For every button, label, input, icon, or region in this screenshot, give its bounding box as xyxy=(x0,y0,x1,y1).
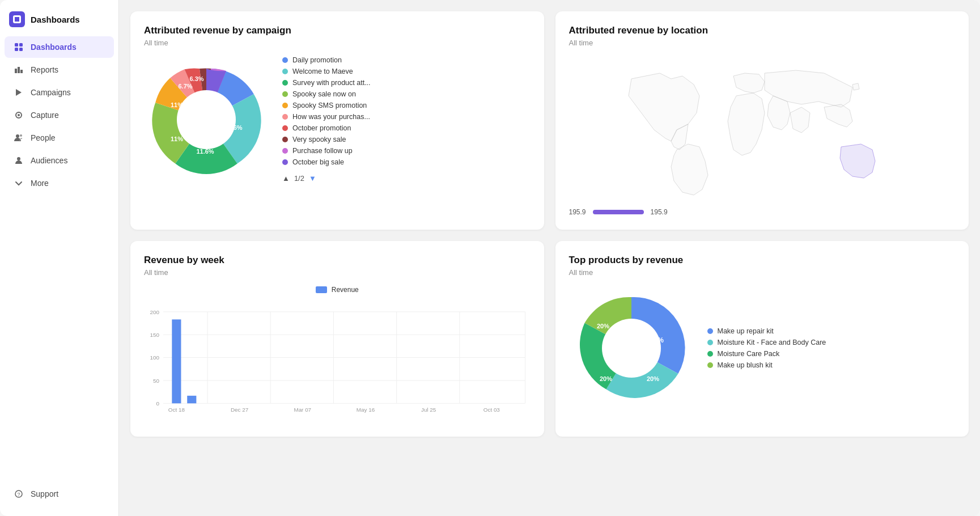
legend4-item-0: Make up repair kit xyxy=(707,327,826,335)
svg-rect-33 xyxy=(172,319,181,403)
map-bar xyxy=(593,210,644,214)
legend-dot-5 xyxy=(282,114,288,120)
legend-label-8: Purchase follow up xyxy=(292,147,353,155)
people-icon xyxy=(14,133,24,143)
sidebar-item-reports[interactable]: Reports xyxy=(5,59,114,81)
sidebar-item-audiences[interactable]: Audiences xyxy=(5,150,114,171)
bar-legend-color xyxy=(316,286,327,293)
legend-dot-0 xyxy=(282,57,288,63)
capture-icon xyxy=(14,110,24,120)
legend-label-1: Welcome to Maeve xyxy=(292,67,353,75)
card-top-products: Top products by revenue All time xyxy=(555,241,969,437)
legend-item-7: Very spooky sale xyxy=(282,136,371,143)
svg-text:50: 50 xyxy=(153,378,159,384)
svg-marker-5 xyxy=(18,67,20,73)
svg-text:Jul 25: Jul 25 xyxy=(421,407,436,413)
legend-item-0: Daily promotion xyxy=(282,56,371,64)
grid-icon xyxy=(14,42,24,52)
svg-marker-6 xyxy=(20,70,23,73)
legend-dot-7 xyxy=(282,137,288,142)
legend-next-icon[interactable]: ▼ xyxy=(309,174,316,183)
sidebar-logo: Dashboards xyxy=(0,7,118,36)
svg-text:May 16: May 16 xyxy=(357,407,375,413)
svg-point-10 xyxy=(16,134,19,138)
legend-label-5: How was your purchas... xyxy=(292,113,370,121)
svg-text:11%: 11% xyxy=(171,101,183,108)
legend4-label-1: Moisture Kit - Face and Body Care xyxy=(718,339,826,346)
sidebar-item-campaigns[interactable]: Campaigns xyxy=(5,82,114,103)
legend-prev-icon[interactable]: ▲ xyxy=(282,174,290,183)
sidebar-item-more[interactable]: More xyxy=(5,172,114,194)
legend-label-0: Daily promotion xyxy=(292,56,342,64)
svg-text:200: 200 xyxy=(150,309,159,315)
svg-marker-7 xyxy=(16,89,22,96)
legend-label-9: October big sale xyxy=(292,158,344,166)
svg-text:20%: 20% xyxy=(599,375,612,382)
sidebar-item-audiences-label: Audiences xyxy=(31,156,67,165)
legend-item-1: Welcome to Maeve xyxy=(282,67,371,75)
sidebar-item-capture-label: Capture xyxy=(31,111,59,120)
svg-text:150: 150 xyxy=(150,332,159,338)
legend-label-6: October promotion xyxy=(292,124,351,132)
svg-text:11.6%: 11.6% xyxy=(196,148,214,155)
dashboard-grid: Attributed revenue by campaign All time xyxy=(130,11,969,437)
svg-text:Dec 27: Dec 27 xyxy=(231,407,248,413)
legend-dot-8 xyxy=(282,148,288,154)
legend-dot-9 xyxy=(282,159,288,165)
card-attributed-revenue-location: Attributed revenue by location All time xyxy=(555,11,969,230)
svg-rect-1 xyxy=(19,43,23,46)
legend4-item-1: Moisture Kit - Face and Body Care xyxy=(707,339,826,346)
card4-subtitle: All time xyxy=(569,268,956,277)
legend-dot-1 xyxy=(282,69,288,74)
sidebar-item-people[interactable]: People xyxy=(5,127,114,149)
card2-title: Attributed revenue by location xyxy=(569,25,956,36)
sidebar-item-capture[interactable]: Capture xyxy=(5,104,114,126)
svg-text:20%: 20% xyxy=(646,375,659,382)
card3-subtitle: All time xyxy=(144,268,531,277)
legend4-dot-3 xyxy=(707,362,713,368)
legend-dot-6 xyxy=(282,125,288,131)
legend-item-2: Survey with product att... xyxy=(282,79,371,87)
svg-text:Oct 03: Oct 03 xyxy=(483,407,500,413)
card4-chart-content: 40% 20% 20% 20% Make up repair kit Moist… xyxy=(569,286,956,411)
svg-point-12 xyxy=(17,157,20,160)
legend-page: 1/2 xyxy=(294,174,304,183)
svg-text:6.3%: 6.3% xyxy=(189,75,203,82)
sidebar-item-reports-label: Reports xyxy=(31,65,58,74)
card-attributed-revenue-campaign: Attributed revenue by campaign All time xyxy=(130,11,544,230)
svg-text:11%: 11% xyxy=(171,136,183,142)
card1-chart-content: 19.1% 11.6% 11.6% 11% 11% 6.7% 6.3% Dail… xyxy=(144,56,531,183)
legend-item-8: Purchase follow up xyxy=(282,147,371,155)
sidebar-item-people-label: People xyxy=(31,133,56,142)
svg-text:Mar 07: Mar 07 xyxy=(294,407,311,413)
svg-point-9 xyxy=(18,114,20,116)
svg-point-11 xyxy=(20,134,22,137)
legend4-label-0: Make up repair kit xyxy=(718,327,774,335)
map-value-right: 195.9 xyxy=(651,208,668,216)
bar-legend-label: Revenue xyxy=(332,286,359,294)
sidebar-item-support[interactable]: ? Support xyxy=(5,483,114,505)
legend-item-9: October big sale xyxy=(282,158,371,166)
legend-dot-3 xyxy=(282,91,288,97)
chart-icon xyxy=(14,65,24,75)
audiences-icon xyxy=(14,155,24,166)
svg-text:40%: 40% xyxy=(650,336,663,344)
svg-point-15 xyxy=(177,90,236,149)
sidebar-item-dashboards[interactable]: Dashboards xyxy=(5,36,114,58)
legend-dot-4 xyxy=(282,103,288,108)
legend4-label-2: Moisture Care Pack xyxy=(718,350,780,358)
svg-text:19.1%: 19.1% xyxy=(207,96,225,103)
play-icon xyxy=(14,87,24,98)
card2-subtitle: All time xyxy=(569,39,956,47)
sidebar-item-dashboards-label: Dashboards xyxy=(31,43,77,52)
legend-item-3: Spooky sale now on xyxy=(282,90,371,98)
sidebar-bottom: ? Support xyxy=(0,479,118,509)
card4-title: Top products by revenue xyxy=(569,255,956,266)
sidebar-nav: Dashboards Reports Campaigns xyxy=(0,36,118,194)
sidebar-item-campaigns-label: Campaigns xyxy=(31,88,71,97)
legend-label-3: Spooky sale now on xyxy=(292,90,356,98)
legend4-item-3: Make up blush kit xyxy=(707,361,826,369)
svg-text:20%: 20% xyxy=(596,323,609,329)
map-value-left: 195.9 xyxy=(569,208,586,216)
support-icon: ? xyxy=(14,489,24,499)
